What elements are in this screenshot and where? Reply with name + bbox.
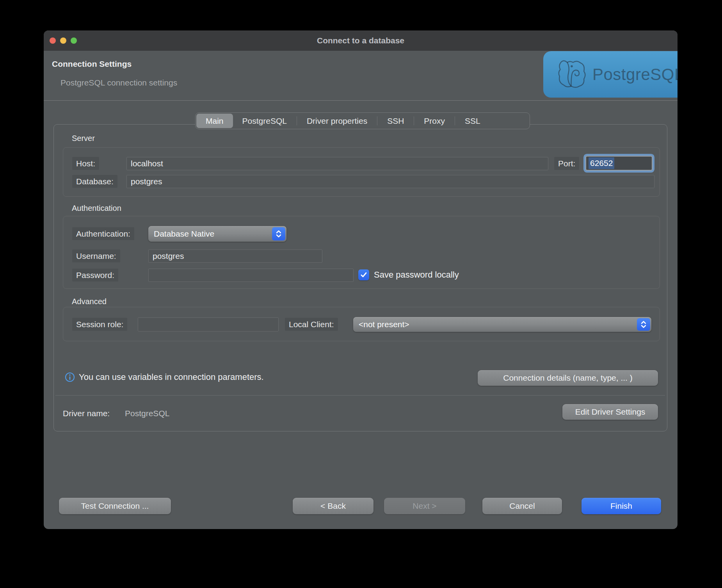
local-client-label: Local Client:	[285, 318, 338, 331]
driver-name-value: PostgreSQL	[125, 409, 169, 418]
driver-name-label: Driver name:	[63, 409, 110, 418]
tab-driver-properties[interactable]: Driver properties	[297, 114, 377, 128]
save-password-checkbox[interactable]	[358, 269, 369, 280]
close-button[interactable]	[50, 37, 56, 44]
authentication-select[interactable]: Database Native	[148, 226, 286, 242]
session-role-input[interactable]	[138, 317, 279, 331]
finish-button[interactable]: Finish	[582, 498, 661, 514]
page-subtitle: PostgreSQL connection settings	[60, 78, 177, 87]
edit-driver-settings-button[interactable]: Edit Driver Settings	[562, 404, 658, 420]
info-icon	[65, 372, 75, 382]
checkmark-icon	[360, 272, 367, 278]
select-stepper-icon	[272, 227, 285, 241]
password-label: Password:	[72, 269, 118, 282]
postgresql-logo-text: PostgreSQL	[592, 65, 678, 84]
tab-main[interactable]: Main	[196, 114, 233, 128]
database-label: Database:	[72, 175, 117, 188]
tab-ssh[interactable]: SSH	[378, 114, 413, 128]
postgresql-logo-badge: PostgreSQL	[543, 51, 678, 98]
port-input[interactable]: 62652	[585, 156, 653, 171]
server-group: Host: Port: 62652 Database:	[63, 147, 660, 197]
minimize-button[interactable]	[60, 37, 66, 44]
divider	[55, 395, 665, 396]
session-role-label: Session role:	[72, 318, 127, 331]
tab-postgresql[interactable]: PostgreSQL	[233, 114, 296, 128]
tab-separator	[414, 116, 414, 125]
authentication-group: Authentication: Database Native Username…	[63, 216, 660, 289]
titlebar[interactable]: Connect to a database	[44, 30, 678, 51]
cancel-button[interactable]: Cancel	[482, 498, 562, 514]
local-client-select[interactable]: <not present>	[353, 317, 651, 332]
tab-separator	[297, 116, 297, 125]
test-connection-button[interactable]: Test Connection ...	[59, 498, 171, 514]
port-label: Port:	[554, 157, 579, 170]
password-input[interactable]	[148, 269, 354, 282]
port-selected-text: 62652	[589, 157, 614, 169]
advanced-section-label: Advanced	[72, 297, 107, 306]
username-input[interactable]	[148, 249, 322, 263]
local-client-selected-value: <not present>	[359, 320, 409, 329]
connect-dialog-window: Connect to a database Connection Setting…	[44, 30, 678, 529]
username-label: Username:	[72, 249, 120, 262]
tab-ssl[interactable]: SSL	[455, 114, 490, 128]
tab-separator	[377, 116, 377, 125]
dialog-header: Connection Settings PostgreSQL connectio…	[44, 51, 678, 101]
next-button[interactable]: Next >	[384, 498, 465, 514]
authentication-label: Authentication:	[72, 227, 134, 240]
select-stepper-icon	[637, 318, 650, 331]
postgresql-elephant-icon	[556, 59, 588, 91]
advanced-group: Session role: Local Client: <not present…	[63, 307, 660, 341]
connection-details-button[interactable]: Connection details (name, type, ... )	[478, 370, 658, 386]
host-label: Host:	[72, 157, 99, 170]
connection-settings-card: Server Host: Port: 62652 Database: Authe…	[53, 124, 667, 431]
tab-separator	[455, 116, 455, 125]
page-title: Connection Settings	[52, 59, 132, 69]
tab-bar: Main PostgreSQL Driver properties SSH Pr…	[195, 112, 530, 129]
info-message: You can use variables in connection para…	[79, 372, 264, 382]
tab-proxy[interactable]: Proxy	[414, 114, 454, 128]
zoom-button[interactable]	[71, 37, 77, 44]
authentication-selected-value: Database Native	[154, 229, 214, 239]
save-password-label: Save password locally	[374, 270, 459, 280]
back-button[interactable]: < Back	[293, 498, 373, 514]
server-section-label: Server	[72, 134, 95, 143]
authentication-section-label: Authentication	[72, 204, 121, 213]
database-input[interactable]	[126, 175, 654, 188]
host-input[interactable]	[126, 157, 548, 170]
window-title: Connect to a database	[317, 36, 404, 45]
traffic-lights	[50, 30, 77, 51]
